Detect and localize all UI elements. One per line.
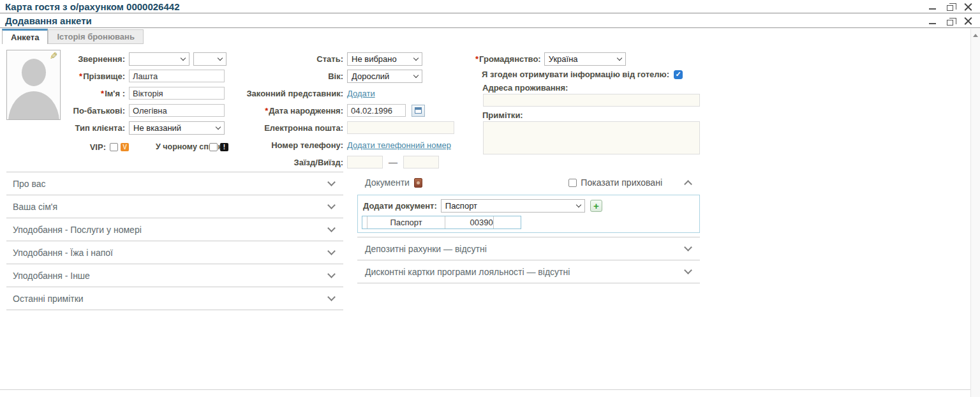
address-input[interactable] — [483, 94, 700, 107]
show-hidden-toggle[interactable]: Показати приховані — [568, 177, 662, 188]
citizenship-label: *Громадянство: — [475, 54, 541, 64]
first-name-input[interactable] — [129, 87, 225, 100]
show-hidden-checkbox[interactable] — [568, 179, 577, 187]
section-your-family[interactable]: Ваша сім'я — [6, 195, 343, 218]
section-label: Уподобання - Послуги у номері — [13, 225, 142, 235]
outer-window-title: Карта гостя з о/рахунком 0000026442 — [0, 1, 179, 12]
check-out-input[interactable] — [403, 156, 439, 169]
add-document-button[interactable]: + — [590, 200, 602, 212]
client-type-select[interactable]: Не вказаний — [129, 121, 225, 135]
section-pref-room-services[interactable]: Уподобання - Послуги у номері — [6, 218, 343, 241]
document-type-cell: Паспорт — [368, 216, 445, 228]
phone-label: Номер телефону: — [228, 140, 347, 150]
section-loyalty-cards[interactable]: Дисконтні картки програми лояльності — в… — [357, 260, 700, 283]
section-deposit-accounts[interactable]: Депозитні рахунки — відсутні — [357, 237, 700, 260]
last-name-label: *Прізвище: — [0, 71, 129, 81]
vertical-scrollbar[interactable] — [970, 29, 980, 397]
tab-booking-history[interactable]: Історія бронювань — [48, 29, 144, 44]
form-column-3: *Громадянство: Україна Я згоден отримува… — [472, 52, 702, 158]
chevron-down-icon — [216, 124, 221, 129]
gender-label: Стать: — [228, 54, 347, 64]
restore-icon — [947, 5, 953, 11]
consent-checkbox[interactable]: ✓ — [674, 70, 683, 79]
section-label: Дисконтні картки програми лояльності — в… — [365, 267, 570, 277]
chevron-down-icon — [327, 224, 336, 232]
blacklist-badge-icon: ! — [220, 143, 228, 151]
section-label: Про вас — [13, 179, 46, 189]
section-label: Уподобання - Їжа і напої — [13, 248, 113, 258]
outer-window-controls — [928, 2, 980, 11]
section-last-notes[interactable]: Останні примітки — [6, 287, 343, 310]
document-type-select[interactable]: Паспорт — [441, 199, 585, 213]
legal-rep-add-link[interactable]: Додати — [347, 89, 375, 98]
section-pref-food-drinks[interactable]: Уподобання - Їжа і напої — [6, 241, 343, 264]
notes-label: Примітки: — [482, 110, 523, 120]
restore-button[interactable] — [946, 2, 954, 11]
document-number-cell: 003900 — [445, 216, 494, 228]
section-label: Депозитні рахунки — відсутні — [365, 244, 487, 254]
address-label: Адреса проживання: — [482, 83, 568, 93]
blacklist-checkbox[interactable] — [209, 143, 218, 151]
vip-checkbox[interactable] — [110, 143, 118, 151]
chevron-down-icon — [218, 55, 223, 60]
dialog-close-button[interactable] — [963, 17, 972, 26]
close-button[interactable] — [963, 2, 972, 11]
dialog-title: Додавання анкети — [0, 15, 92, 26]
chevron-down-icon — [327, 201, 336, 209]
document-row[interactable]: Паспорт 003900 — [362, 216, 521, 229]
dialog-titlebar: Додавання анкети — [0, 14, 980, 28]
check-icon: ✓ — [675, 70, 681, 79]
email-label: Електронна пошта: — [228, 123, 347, 133]
check-in-input[interactable] — [347, 156, 383, 169]
middle-name-label: По-батькові: — [0, 106, 129, 116]
documents-box: Додати документ: Паспорт + Паспорт 00390… — [357, 195, 700, 233]
row-selector-cell — [362, 216, 368, 228]
form-column-2: Стать: Не вибрано Вік: Дорослий Законний… — [228, 52, 458, 173]
chevron-down-icon — [616, 56, 621, 61]
citizenship-select[interactable]: Україна — [544, 52, 626, 66]
tab-anketa[interactable]: Анкета — [2, 29, 48, 44]
middle-name-input[interactable] — [129, 104, 225, 117]
blacklist-label: У чорному списку: — [156, 143, 209, 151]
section-pref-other[interactable]: Уподобання - Інше — [6, 264, 343, 287]
minimize-button[interactable] — [928, 2, 937, 11]
last-name-input[interactable] — [129, 70, 225, 82]
chevron-down-icon — [413, 55, 419, 60]
required-marker: * — [79, 71, 82, 81]
chevron-down-icon — [327, 178, 336, 186]
left-accordion: Про вас Ваша сім'я Уподобання - Послуги … — [6, 172, 343, 310]
age-select[interactable]: Дорослий — [347, 70, 422, 83]
right-accordion: Депозитні рахунки — відсутні Дисконтні к… — [357, 237, 700, 283]
salutation-select[interactable] — [129, 52, 189, 66]
documents-header[interactable]: Документи Показати приховані — [357, 172, 700, 193]
email-input[interactable] — [347, 121, 454, 134]
first-name-label: *Ім'я : — [0, 89, 129, 98]
phone-add-link[interactable]: Додати телефонний номер — [347, 140, 451, 150]
dialog-restore-button[interactable] — [946, 17, 954, 26]
required-marker: * — [475, 54, 479, 64]
section-about-you[interactable]: Про вас — [6, 172, 343, 195]
chevron-down-icon — [327, 270, 336, 278]
stay-label: Заїзд/Виїзд: — [228, 158, 347, 167]
client-type-label: Тип клієнта: — [0, 123, 129, 133]
tab-bar: Анкета Історія бронювань — [2, 29, 144, 44]
guest-card-window: Карта гостя з о/рахунком 0000026442 Дода… — [0, 0, 980, 397]
row-filler-cell — [494, 216, 521, 228]
birth-date-label: *Дата народження: — [228, 106, 347, 116]
scroll-up-icon[interactable] — [973, 34, 978, 37]
gender-select[interactable]: Не вибрано — [347, 52, 422, 66]
chevron-down-icon — [327, 293, 336, 301]
dialog-window-controls — [928, 17, 980, 26]
chevron-up-icon — [684, 180, 692, 188]
dialog-minimize-button[interactable] — [928, 17, 937, 26]
notes-textarea[interactable] — [483, 121, 700, 154]
salutation-label: Звернення: — [0, 54, 129, 64]
chevron-down-icon — [684, 266, 692, 274]
calendar-button[interactable] — [412, 105, 425, 117]
close-icon — [964, 3, 972, 11]
salutation-suffix-select[interactable] — [193, 52, 226, 66]
minimize-icon — [929, 8, 936, 10]
birth-date-input[interactable] — [347, 104, 406, 117]
age-label: Вік: — [228, 71, 347, 81]
chevron-down-icon — [181, 55, 186, 60]
